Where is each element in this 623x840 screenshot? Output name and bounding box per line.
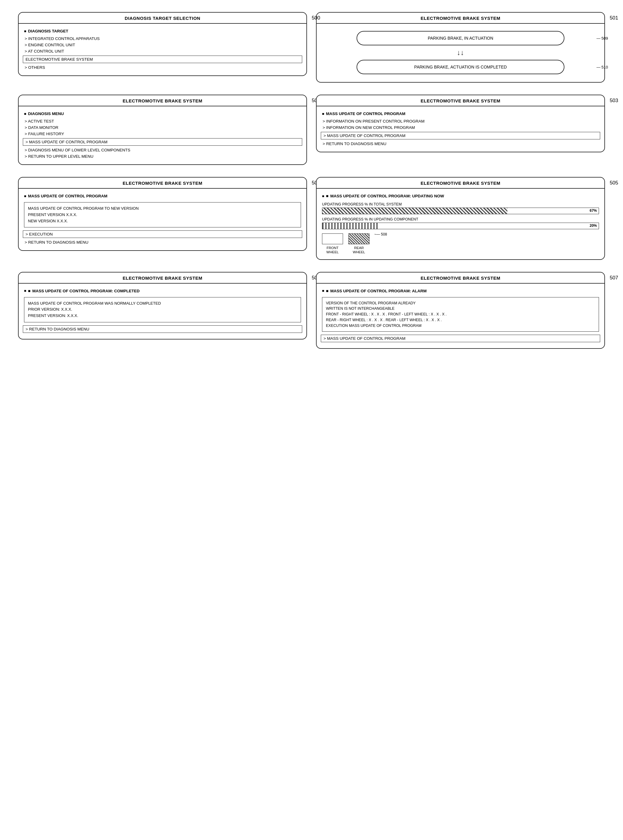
panel-505: ELECTROMOTIVE BRAKE SYSTEM ■ MASS UPDATE… bbox=[316, 177, 605, 260]
section-label: MASS UPDATE OF CONTROL PROGRAM: ALARM bbox=[330, 289, 427, 293]
panel-507-num: 507 bbox=[610, 275, 618, 281]
alarm-line-3: FRONT - RIGHT WHEEL : X . X . X . FRONT … bbox=[326, 312, 595, 317]
panel-500-title: DIAGNOSIS TARGET SELECTION bbox=[18, 12, 306, 24]
list-item-selected[interactable]: ELECTROMOTIVE BRAKE SYSTEM bbox=[23, 55, 302, 63]
panel-505-title: ELECTROMOTIVE BRAKE SYSTEM bbox=[317, 178, 605, 189]
info-line1: MASS UPDATE OF CONTROL PROGRAM WAS NORMA… bbox=[28, 300, 297, 307]
panel-502-list: DIAGNOSIS MENU > ACTIVE TEST > DATA MONI… bbox=[24, 111, 301, 160]
panel-500-body: DIAGNOSIS TARGET > INTEGRATED CONTROL AP… bbox=[18, 24, 306, 75]
panel-503: ELECTROMOTIVE BRAKE SYSTEM MASS UPDATE O… bbox=[316, 95, 605, 152]
list-item[interactable]: > ENGINE CONTROL UNIT bbox=[24, 42, 301, 48]
ref-508: ~— 508 bbox=[374, 232, 387, 236]
panel-502-wrapper: ELECTROMOTIVE BRAKE SYSTEM DIAGNOSIS MEN… bbox=[18, 95, 307, 165]
list-item[interactable]: > RETURN TO DIAGNOSIS MENU bbox=[322, 141, 599, 147]
list-item-selected[interactable]: > RETURN TO DIAGNOSIS MENU bbox=[23, 326, 302, 333]
panel-502-title: ELECTROMOTIVE BRAKE SYSTEM bbox=[18, 95, 306, 106]
panel-504-section: MASS UPDATE OF CONTROL PROGRAM bbox=[24, 193, 301, 199]
panel-504-info: MASS UPDATE OF CONTROL PROGRAM TO NEW VE… bbox=[24, 202, 301, 227]
panel-500-wrapper: DIAGNOSIS TARGET SELECTION DIAGNOSIS TAR… bbox=[18, 12, 307, 83]
list-item[interactable]: > AT CONTROL UNIT bbox=[24, 48, 301, 54]
list-item[interactable]: > OTHERS bbox=[24, 64, 301, 71]
panel-500-section: DIAGNOSIS TARGET bbox=[24, 28, 301, 34]
info-line2: PRIOR VERSION: X.X.X. bbox=[28, 306, 297, 313]
panel-502-body: DIAGNOSIS MENU > ACTIVE TEST > DATA MONI… bbox=[18, 106, 306, 164]
panel-503-num: 503 bbox=[610, 98, 618, 104]
progress-component-bar: 20% bbox=[322, 223, 599, 229]
section-icon: ■ bbox=[326, 194, 328, 198]
front-left-wheel bbox=[322, 233, 343, 244]
alarm-line-4: REAR - RIGHT WHEEL : X . X . X . REAR - … bbox=[326, 317, 595, 323]
panel-503-wrapper: ELECTROMOTIVE BRAKE SYSTEM MASS UPDATE O… bbox=[316, 95, 605, 165]
panel-505-wrapper: ELECTROMOTIVE BRAKE SYSTEM ■ MASS UPDATE… bbox=[316, 177, 605, 260]
alarm-line-2: WRITTEN IS NOT INTERCHANGEABLE bbox=[326, 306, 595, 312]
panel-501-title: ELECTROMOTIVE BRAKE SYSTEM bbox=[317, 12, 605, 24]
alarm-line-1: VERSION OF THE CONTROL PROGRAM ALREADY bbox=[326, 300, 595, 306]
list-item-selected[interactable]: > EXECUTION bbox=[23, 230, 302, 238]
panel-503-list: MASS UPDATE OF CONTROL PROGRAM > INFORMA… bbox=[322, 111, 599, 147]
panel-500-num: 500 bbox=[312, 15, 320, 21]
panel-506-title: ELECTROMOTIVE BRAKE SYSTEM bbox=[18, 272, 306, 284]
panel-506-list: ■ MASS UPDATE OF CONTROL PROGRAM: COMPLE… bbox=[24, 288, 301, 294]
box1-ref: — 509 bbox=[597, 36, 608, 41]
flow-box-2: PARKING BRAKE, ACTUATION IS COMPLETED bbox=[356, 60, 565, 74]
panel-507-body: ■ MASS UPDATE OF CONTROL PROGRAM: ALARM … bbox=[317, 284, 605, 349]
panel-505-section: ■ MASS UPDATE OF CONTROL PROGRAM: UPDATI… bbox=[322, 193, 599, 199]
panel-507: ELECTROMOTIVE BRAKE SYSTEM ■ MASS UPDATE… bbox=[316, 272, 605, 349]
flow-box-1: PARKING BRAKE, IN ACTUATION bbox=[356, 31, 565, 45]
panel-507-title: ELECTROMOTIVE BRAKE SYSTEM bbox=[317, 272, 605, 284]
panel-503-body: MASS UPDATE OF CONTROL PROGRAM > INFORMA… bbox=[317, 106, 605, 152]
progress-component: UPDATING PROGRESS % IN UPDATING COMPONEN… bbox=[322, 217, 599, 229]
panel-507-section: ■ MASS UPDATE OF CONTROL PROGRAM: ALARM bbox=[322, 288, 599, 294]
list-item-selected[interactable]: > MASS UPDATE OF CONTROL PROGRAM bbox=[23, 138, 302, 146]
front-right-wheel bbox=[348, 233, 370, 244]
wheel-area: FRONTWHEEL REARWHEEL ~— 508 bbox=[322, 233, 599, 255]
panel-507-wrapper: ELECTROMOTIVE BRAKE SYSTEM ■ MASS UPDATE… bbox=[316, 272, 605, 349]
panel-501-num: 501 bbox=[610, 15, 618, 21]
panel-500: DIAGNOSIS TARGET SELECTION DIAGNOSIS TAR… bbox=[18, 12, 307, 76]
panel-501-wrapper: ELECTROMOTIVE BRAKE SYSTEM PARKING BRAKE… bbox=[316, 12, 605, 83]
progress-component-label: UPDATING PROGRESS % IN UPDATING COMPONEN… bbox=[322, 217, 599, 221]
list-item[interactable]: > INFORMATION ON NEW CONTROL PROGRAM bbox=[322, 124, 599, 131]
panel-504-list: MASS UPDATE OF CONTROL PROGRAM bbox=[24, 193, 301, 199]
panel-501-body: PARKING BRAKE, IN ACTUATION — 509 PARKIN… bbox=[317, 24, 605, 82]
down-arrows bbox=[457, 49, 464, 56]
front-wheel-label: FRONTWHEEL bbox=[322, 246, 343, 255]
section-label: MASS UPDATE OF CONTROL PROGRAM: UPDATING… bbox=[330, 194, 444, 198]
progress-total-bar: 67% bbox=[322, 207, 599, 214]
list-item[interactable]: > RETURN TO UPPER LEVEL MENU bbox=[24, 153, 301, 160]
panel-505-list: ■ MASS UPDATE OF CONTROL PROGRAM: UPDATI… bbox=[322, 193, 599, 199]
list-item-selected[interactable]: > MASS UPDATE OF CONTROL PROGRAM bbox=[321, 335, 600, 342]
list-item[interactable]: > DATA MONITOR bbox=[24, 124, 301, 131]
progress-component-pct: 20% bbox=[590, 224, 597, 228]
list-item[interactable]: > INFORMATION ON PRESENT CONTROL PROGRAM bbox=[322, 118, 599, 124]
list-item[interactable]: > INTEGRATED CONTROL APPARATUS bbox=[24, 35, 301, 42]
list-item-selected[interactable]: > MASS UPDATE OF CONTROL PROGRAM bbox=[321, 132, 600, 140]
progress-total-label: UPDATING PROGRESS % IN TOTAL SYSTEM bbox=[322, 202, 599, 206]
panel-507-alarm: VERSION OF THE CONTROL PROGRAM ALREADY W… bbox=[322, 297, 599, 332]
alarm-line-5: EXECUTION MASS UPDATE OF CONTROL PROGRAM bbox=[326, 323, 595, 329]
panel-506-section: ■ MASS UPDATE OF CONTROL PROGRAM: COMPLE… bbox=[24, 288, 301, 294]
panel-503-section: MASS UPDATE OF CONTROL PROGRAM bbox=[322, 111, 599, 117]
list-item[interactable]: > FAILURE HISTORY bbox=[24, 131, 301, 137]
list-item[interactable]: > ACTIVE TEST bbox=[24, 118, 301, 124]
panel-502-section: DIAGNOSIS MENU bbox=[24, 111, 301, 117]
section-icon: ■ bbox=[28, 289, 30, 293]
panel-504-body: MASS UPDATE OF CONTROL PROGRAM MASS UPDA… bbox=[18, 189, 306, 250]
panel-505-body: ■ MASS UPDATE OF CONTROL PROGRAM: UPDATI… bbox=[317, 189, 605, 259]
progress-total-fill bbox=[322, 208, 507, 214]
list-item[interactable]: > RETURN TO DIAGNOSIS MENU bbox=[24, 239, 301, 246]
panel-506: ELECTROMOTIVE BRAKE SYSTEM ■ MASS UPDATE… bbox=[18, 272, 307, 339]
panel-503-title: ELECTROMOTIVE BRAKE SYSTEM bbox=[317, 95, 605, 106]
panel-504: ELECTROMOTIVE BRAKE SYSTEM MASS UPDATE O… bbox=[18, 177, 307, 251]
panel-505-num: 505 bbox=[610, 180, 618, 186]
brake-flow: PARKING BRAKE, IN ACTUATION — 509 PARKIN… bbox=[322, 28, 599, 77]
panel-502: ELECTROMOTIVE BRAKE SYSTEM DIAGNOSIS MEN… bbox=[18, 95, 307, 165]
list-item[interactable]: > DIAGNOSIS MENU OF LOWER LEVEL COMPONEN… bbox=[24, 147, 301, 153]
ref-arrow: ~— 508 bbox=[374, 232, 387, 236]
panel-500-list: DIAGNOSIS TARGET > INTEGRATED CONTROL AP… bbox=[24, 28, 301, 71]
info-line3: NEW VERSION X.X.X. bbox=[28, 218, 297, 224]
section-label: MASS UPDATE OF CONTROL PROGRAM: COMPLETE… bbox=[32, 289, 140, 293]
panel-501: ELECTROMOTIVE BRAKE SYSTEM PARKING BRAKE… bbox=[316, 12, 605, 83]
wheel-diagram: FRONTWHEEL REARWHEEL bbox=[322, 233, 370, 255]
rear-wheel-label: REARWHEEL bbox=[348, 246, 370, 255]
